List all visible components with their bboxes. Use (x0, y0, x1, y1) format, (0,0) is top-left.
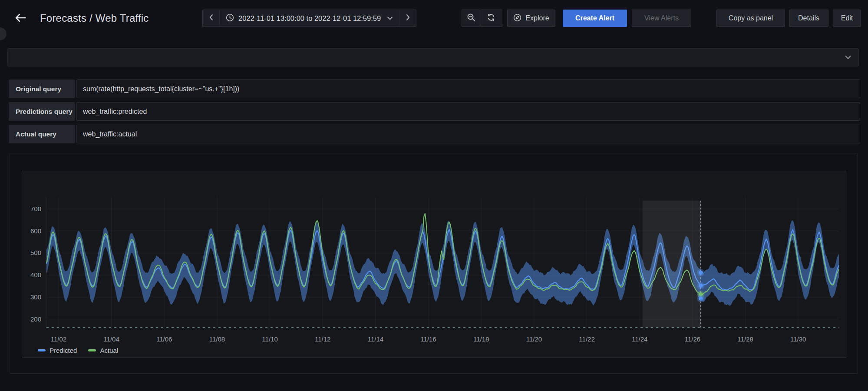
legend-item-actual[interactable]: Actual (88, 347, 118, 354)
time-range-picker: 2022-11-01 13:00:00 to 2022-12-01 12:59:… (202, 10, 416, 27)
grafana-app: Forecasts / Web Traffic 2022-11-01 13:00… (0, 0, 868, 391)
y-tick-label: 200 (30, 315, 41, 323)
clock-icon (226, 13, 234, 23)
y-tick-label: 500 (30, 249, 41, 256)
view-alerts-label: View Alerts (644, 14, 679, 22)
details-button[interactable]: Details (789, 10, 828, 27)
forecast-panel-section: 20030040050060070011/0211/0411/0611/0811… (10, 153, 858, 374)
crosshair-marker-upper_bound (699, 271, 703, 275)
x-tick-label: 11/12 (315, 335, 330, 343)
y-tick-label: 700 (30, 205, 41, 212)
confidence-band (46, 220, 839, 306)
original-query-label: Original query (9, 80, 75, 98)
x-tick-label: 11/02 (51, 335, 66, 343)
x-tick-label: 11/04 (103, 335, 119, 343)
time-range-next-button[interactable] (399, 10, 416, 27)
actual-query-label: Actual query (9, 125, 75, 143)
y-tick-label: 600 (30, 227, 41, 235)
chart-legend: PredictedActual (38, 347, 118, 354)
x-tick-label: 11/28 (737, 335, 753, 343)
explore-label: Explore (525, 14, 549, 22)
legend-label: Actual (100, 347, 118, 354)
x-tick-label: 11/30 (790, 335, 806, 343)
crosshair-marker-predicted (699, 284, 703, 288)
y-tick-label: 400 (30, 271, 41, 278)
back-button[interactable] (11, 10, 30, 28)
timeseries-chart[interactable]: 20030040050060070011/0211/0411/0611/0811… (22, 171, 847, 358)
chevron-down-icon (387, 14, 393, 22)
view-alerts-button[interactable]: View Alerts (632, 10, 691, 27)
x-tick-label: 11/08 (209, 335, 225, 343)
forecast-chart-panel: 20030040050060070011/0211/0411/0611/0811… (22, 171, 847, 358)
query-row-original: Original query (9, 80, 75, 98)
x-tick-label: 11/18 (473, 335, 489, 343)
y-tick-label: 300 (30, 293, 41, 301)
create-alert-label: Create Alert (575, 14, 614, 22)
copy-as-panel-label: Copy as panel (729, 14, 773, 22)
predictions-query-input[interactable] (76, 102, 860, 121)
x-tick-label: 11/24 (632, 335, 647, 343)
legend-item-predicted[interactable]: Predicted (38, 347, 77, 354)
magnifier-minus-icon (467, 13, 475, 23)
crosshair-marker-lower_bound (699, 297, 703, 301)
x-tick-label: 11/22 (579, 335, 594, 343)
x-tick-label: 11/10 (262, 335, 277, 343)
top-toolbar: Forecasts / Web Traffic 2022-11-01 13:00… (0, 0, 868, 37)
chevron-down-icon (845, 54, 851, 62)
x-tick-label: 11/06 (156, 335, 172, 343)
zoom-out-button[interactable] (462, 10, 480, 27)
query-row-predictions: Predictions query (9, 102, 75, 121)
edge-drawer-handle[interactable] (0, 27, 7, 40)
edit-button[interactable]: Edit (833, 10, 861, 27)
x-tick-label: 11/16 (420, 335, 436, 343)
predictions-query-label: Predictions query (9, 102, 75, 121)
compass-icon (513, 13, 521, 23)
time-range-button[interactable]: 2022-11-01 13:00:00 to 2022-12-01 12:59:… (219, 10, 399, 27)
arrow-left-icon (14, 13, 26, 25)
x-tick-label: 11/26 (685, 335, 700, 343)
details-label: Details (798, 14, 819, 22)
selected-region (643, 201, 701, 328)
legend-swatch (38, 349, 46, 351)
query-row-actual: Actual query (9, 125, 75, 143)
time-range-prev-button[interactable] (203, 10, 219, 27)
explore-button[interactable]: Explore (507, 10, 555, 27)
collapsed-options-row[interactable] (7, 48, 859, 66)
chevron-left-icon (209, 14, 214, 23)
edit-label: Edit (841, 14, 853, 22)
refresh-button[interactable] (480, 10, 502, 27)
x-tick-label: 11/20 (526, 335, 542, 343)
x-tick-label: 11/14 (368, 335, 383, 343)
original-query-input[interactable] (76, 80, 860, 98)
sync-arrows-icon (487, 13, 495, 23)
copy-as-panel-button[interactable]: Copy as panel (716, 10, 785, 27)
time-range-text: 2022-11-01 13:00:00 to 2022-12-01 12:59:… (238, 14, 381, 23)
page-title: Forecasts / Web Traffic (40, 12, 149, 24)
create-alert-button[interactable]: Create Alert (563, 10, 627, 27)
chevron-right-icon (406, 14, 410, 23)
legend-label: Predicted (50, 347, 77, 354)
actual-query-input[interactable] (76, 125, 860, 143)
legend-swatch (88, 349, 96, 351)
